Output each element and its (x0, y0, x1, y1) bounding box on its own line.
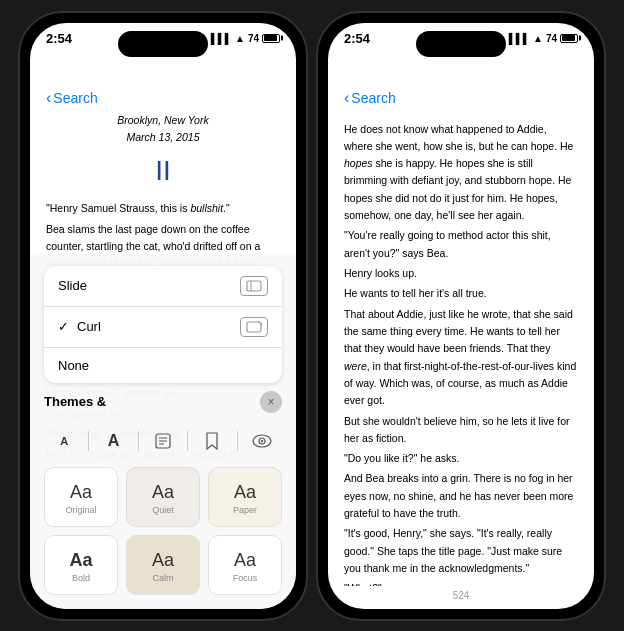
bottom-toolbar: A A (44, 421, 282, 461)
back-label-left: Search (53, 90, 97, 106)
separator-4 (237, 431, 238, 451)
paragraph-button[interactable] (147, 427, 179, 455)
transition-item-curl[interactable]: ✓ Curl (44, 307, 282, 348)
back-label-right: Search (351, 90, 395, 106)
theme-original[interactable]: Aa Original (44, 467, 118, 527)
themes-header-row: Themes & × (44, 391, 282, 413)
theme-quiet[interactable]: Aa Quiet (126, 467, 200, 527)
svg-point-9 (261, 439, 263, 441)
curl-icon (240, 317, 268, 337)
theme-bold-aa: Aa (69, 550, 92, 571)
phones-container: 2:54 ▌▌▌ ▲ 74 ‹ Search (18, 11, 606, 621)
slide-icon (240, 276, 268, 296)
right-phone: 2:54 ▌▌▌ ▲ 74 ‹ Search He d (316, 11, 606, 621)
back-chevron-left: ‹ (46, 89, 51, 107)
theme-calm-aa: Aa (152, 550, 174, 571)
status-bar-left: 2:54 ▌▌▌ ▲ 74 (30, 23, 296, 50)
transition-curl-label: Curl (77, 319, 232, 334)
status-icons-left: ▌▌▌ ▲ 74 (211, 33, 280, 44)
theme-original-aa: Aa (70, 482, 92, 503)
theme-quiet-name: Quiet (152, 505, 174, 515)
wifi-icon: ▲ (235, 33, 245, 44)
left-phone-inner: 2:54 ▌▌▌ ▲ 74 ‹ Search (30, 23, 296, 609)
theme-calm[interactable]: Aa Calm (126, 535, 200, 595)
transition-options: Slide ✓ Curl None (44, 266, 282, 383)
theme-paper-name: Paper (233, 505, 257, 515)
separator-3 (187, 431, 188, 451)
separator-2 (138, 431, 139, 451)
theme-original-name: Original (65, 505, 96, 515)
close-button[interactable]: × (260, 391, 282, 413)
nav-bar-left[interactable]: ‹ Search (30, 57, 296, 113)
page-number: 524 (328, 586, 594, 609)
svg-rect-2 (247, 322, 261, 332)
battery-icon-right (560, 34, 578, 43)
signal-icon-right: ▌▌▌ (509, 33, 530, 44)
book-header: Brooklyn, New York March 13, 2015 II (46, 113, 280, 193)
time-left: 2:54 (46, 31, 72, 46)
eye-button[interactable] (246, 427, 278, 455)
transition-item-none[interactable]: None (44, 348, 282, 383)
theme-bold[interactable]: Aa Bold (44, 535, 118, 595)
book-content-right: He does not know what happened to Addie,… (328, 113, 594, 586)
status-bar-right: 2:54 ▌▌▌ ▲ 74 (328, 23, 594, 50)
theme-focus-name: Focus (233, 573, 258, 583)
time-right: 2:54 (344, 31, 370, 46)
battery-text-right: 74 (546, 33, 557, 44)
overlay-panel: Slide ✓ Curl None (30, 254, 296, 609)
book-date: March 13, 2015 (46, 130, 280, 146)
themes-label: Themes & (44, 394, 106, 409)
status-icons-right: ▌▌▌ ▲ 74 (509, 33, 578, 44)
battery-icon-left (262, 34, 280, 43)
transition-none-label: None (58, 358, 268, 373)
back-button-right[interactable]: ‹ Search (344, 89, 396, 107)
separator-1 (88, 431, 89, 451)
theme-quiet-aa: Aa (152, 482, 174, 503)
back-chevron-right: ‹ (344, 89, 349, 107)
small-a-button[interactable]: A (48, 427, 80, 455)
theme-bold-name: Bold (72, 573, 90, 583)
transition-item-slide[interactable]: Slide (44, 266, 282, 307)
chapter-number: II (46, 150, 280, 192)
themes-grid: Aa Original Aa Quiet Aa Paper Aa Bold (44, 467, 282, 595)
book-location: Brooklyn, New York (46, 113, 280, 129)
bookmark-button[interactable] (196, 427, 228, 455)
left-phone: 2:54 ▌▌▌ ▲ 74 ‹ Search (18, 11, 308, 621)
transition-slide-label: Slide (58, 278, 232, 293)
theme-paper-aa: Aa (234, 482, 256, 503)
theme-focus-aa: Aa (234, 550, 256, 571)
theme-calm-name: Calm (152, 573, 173, 583)
theme-focus[interactable]: Aa Focus (208, 535, 282, 595)
theme-paper[interactable]: Aa Paper (208, 467, 282, 527)
battery-text: 74 (248, 33, 259, 44)
large-a-button[interactable]: A (98, 427, 130, 455)
nav-bar-right[interactable]: ‹ Search (328, 57, 594, 113)
svg-rect-0 (247, 281, 261, 291)
signal-icon: ▌▌▌ (211, 33, 232, 44)
right-phone-inner: 2:54 ▌▌▌ ▲ 74 ‹ Search He d (328, 23, 594, 609)
wifi-icon-right: ▲ (533, 33, 543, 44)
back-button-left[interactable]: ‹ Search (46, 89, 98, 107)
curl-check: ✓ (58, 319, 69, 334)
